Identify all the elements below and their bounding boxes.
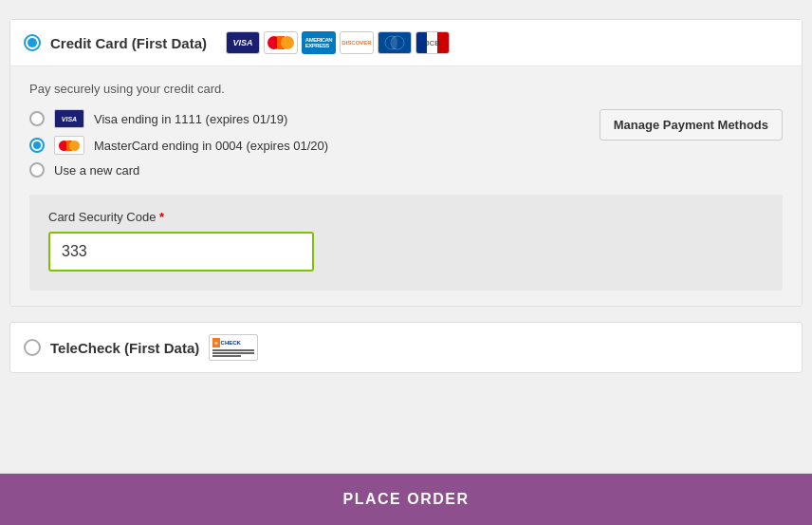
- use-new-card-label: Use a new card: [54, 163, 139, 178]
- credit-card-body: Pay securely using your credit card. VIS…: [10, 66, 802, 306]
- mc-mini-icon: [54, 136, 84, 155]
- saved-cards-section: VISA Visa ending in 1111 (expires 01/19): [29, 109, 783, 178]
- mastercard-icon: [264, 31, 298, 54]
- telecheck-section: TeleCheck (First Data) e CHECK: [9, 322, 803, 373]
- cvv-label: Card Security Code *: [48, 210, 764, 224]
- telecheck-label: TeleCheck (First Data): [50, 340, 199, 356]
- credit-card-header: Credit Card (First Data) VISA AMERICANEX…: [10, 20, 802, 66]
- credit-card-section: Credit Card (First Data) VISA AMERICANEX…: [9, 19, 803, 307]
- cvv-input[interactable]: [48, 232, 314, 272]
- place-order-button[interactable]: PLACE ORDER: [0, 474, 812, 525]
- mastercard-radio[interactable]: [29, 138, 45, 153]
- required-star: *: [159, 210, 164, 224]
- credit-card-label: Credit Card (First Data): [50, 35, 207, 51]
- place-order-section: PLACE ORDER: [0, 473, 812, 525]
- diners-icon: [378, 31, 412, 54]
- use-new-card-item[interactable]: Use a new card: [29, 162, 328, 178]
- visa-mini-icon: VISA: [54, 109, 84, 128]
- svg-point-2: [392, 36, 397, 49]
- telecheck-radio[interactable]: [24, 339, 41, 356]
- saved-cards-list: VISA Visa ending in 1111 (expires 01/19): [29, 109, 328, 178]
- new-card-radio[interactable]: [29, 162, 45, 178]
- visa-card-item[interactable]: VISA Visa ending in 1111 (expires 01/19): [29, 109, 328, 128]
- mastercard-item[interactable]: MasterCard ending in 0004 (expires 01/20…: [29, 136, 328, 155]
- jcb-icon: JCB: [415, 31, 450, 54]
- visa-icon: VISA: [226, 31, 260, 54]
- visa-description: Visa ending in 1111 (expires 01/19): [94, 112, 287, 126]
- secure-text: Pay securely using your credit card.: [29, 82, 783, 96]
- credit-card-radio[interactable]: [24, 34, 41, 51]
- visa-radio[interactable]: [29, 111, 45, 126]
- card-icons-row: VISA AMERICANEXPRESS DISCOVER: [226, 31, 450, 54]
- manage-payment-methods-button[interactable]: Manage Payment Methods: [600, 109, 783, 141]
- discover-icon: DISCOVER: [340, 31, 374, 54]
- telecheck-icon: e CHECK: [209, 334, 258, 361]
- cvv-section: Card Security Code *: [29, 195, 783, 291]
- mc-description: MasterCard ending in 0004 (expires 01/20…: [94, 139, 328, 153]
- amex-icon: AMERICANEXPRESS: [302, 31, 336, 54]
